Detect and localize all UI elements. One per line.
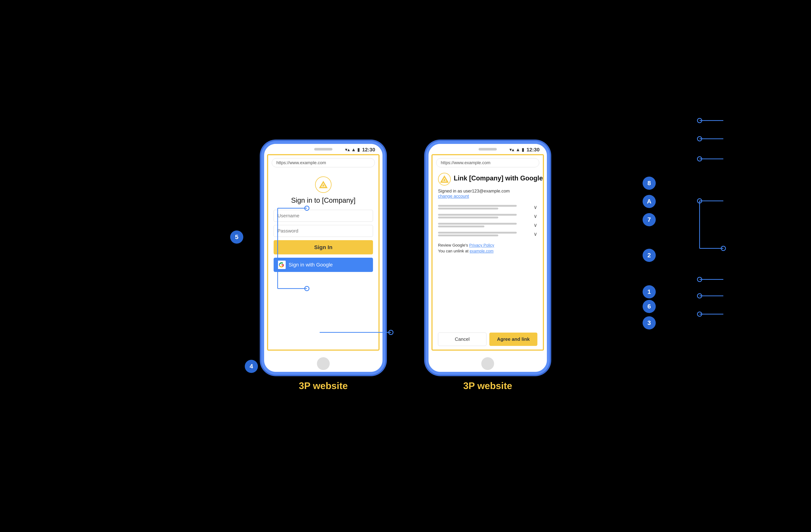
wifi-icon2: ▾▴ [509, 147, 514, 152]
action-buttons: Cancel Agree and link [438, 333, 537, 346]
badge-A: A [643, 195, 656, 208]
phone2-home-button[interactable] [481, 357, 494, 370]
phone1-company-logo [315, 177, 332, 193]
phone2-company-logo [438, 173, 451, 185]
svg-point-14 [698, 118, 702, 123]
signal-icon2: ▲ [516, 147, 520, 152]
badge-8: 8 [643, 177, 656, 190]
phone1-screen: https://www.example.com Sign in to [Comp… [267, 154, 380, 351]
svg-point-20 [698, 199, 702, 203]
triangle-logo-icon [319, 180, 328, 189]
wifi-icon: ▾▴ [345, 147, 350, 152]
phone2-screen-content: Link [Company] with Google Signed in as … [432, 169, 543, 350]
phone2-status-icons: ▾▴ ▲ ▮ [509, 147, 524, 152]
perm-line [438, 208, 498, 210]
privacy-text: Review Google's Privacy Policy [438, 243, 537, 248]
phone2-speaker [478, 148, 497, 151]
phone2: ▾▴ ▲ ▮ 12:30 https://www.example.com [426, 141, 550, 375]
perm-line [438, 217, 498, 218]
phone1-url-bar: https://www.example.com [272, 158, 375, 167]
permission-lines-1 [438, 205, 531, 210]
permission-row-1: ∨ [438, 204, 537, 210]
sign-in-button[interactable]: Sign In [274, 240, 373, 254]
permissions-section: ∨ ∨ [438, 204, 537, 240]
diagram-container: 5 ▾▴ ▲ ▮ 12:30 https://www [0, 0, 811, 532]
badge-1: 1 [643, 285, 656, 299]
google-g-icon [278, 262, 285, 268]
badge-4: 4 [245, 360, 258, 373]
permission-lines-2 [438, 214, 531, 218]
signal-icon: ▲ [351, 147, 356, 152]
privacy-policy-link[interactable]: Privacy Policy [469, 243, 494, 247]
perm-line [438, 205, 517, 207]
phone2-wrapper: 8 A 7 2 1 6 3 ▾▴ ▲ ▮ 12:30 [426, 141, 550, 391]
phone2-status-bar: ▾▴ ▲ ▮ 12:30 [429, 144, 547, 154]
google-sign-in-button[interactable]: Sign in with Google [274, 258, 373, 272]
perm-line [438, 232, 517, 233]
svg-point-16 [698, 137, 702, 141]
permission-row-4: ∨ [438, 231, 537, 237]
phone1-wrapper: 5 ▾▴ ▲ ▮ 12:30 https://www [261, 141, 385, 391]
badge-6: 6 [643, 300, 656, 313]
phone1-speaker [314, 148, 333, 151]
battery-icon: ▮ [357, 147, 360, 152]
chevron-icon-4[interactable]: ∨ [534, 231, 537, 237]
phone1-screen-content: Sign in to [Company] Sign In [268, 169, 379, 350]
svg-point-25 [698, 277, 702, 282]
chevron-icon-3[interactable]: ∨ [534, 222, 537, 228]
svg-point-23 [721, 246, 725, 250]
privacy-prefix: Review Google's [438, 243, 469, 247]
phone2-url-container: https://www.example.com [432, 155, 543, 169]
chevron-icon-2[interactable]: ∨ [534, 213, 537, 219]
phone2-url-bar: https://www.example.com [436, 158, 539, 167]
phone1-status-icons: ▾▴ ▲ ▮ [345, 147, 360, 152]
username-input[interactable] [274, 210, 373, 222]
svg-point-18 [698, 157, 702, 161]
agree-link-button[interactable]: Agree and link [489, 333, 537, 346]
signed-in-text: Signed in as user123@example.com [438, 188, 537, 194]
google-icon-box [277, 261, 286, 269]
badge-3: 3 [643, 316, 656, 330]
permission-row-3: ∨ [438, 222, 537, 228]
phone1-time: 12:30 [362, 147, 375, 153]
triangle-logo-icon2 [440, 174, 449, 184]
perm-line [438, 214, 517, 216]
phone1-url-container: https://www.example.com [268, 155, 379, 169]
phone2-label: 3P website [463, 380, 512, 391]
google-sign-in-label: Sign in with Google [289, 262, 333, 268]
permission-lines-3 [438, 223, 531, 227]
phone1-status-bar: ▾▴ ▲ ▮ 12:30 [264, 144, 382, 154]
perm-line [438, 234, 498, 236]
perm-line [438, 226, 485, 227]
unlink-text: You can unlink at example.com [438, 249, 537, 254]
badge-7: 7 [643, 213, 656, 226]
badge-2: 2 [643, 249, 656, 262]
unlink-link[interactable]: example.com [470, 249, 493, 253]
phone1-title: Sign in to [Company] [274, 197, 373, 204]
phone1-home-button[interactable] [317, 357, 330, 370]
change-account-link[interactable]: change account [438, 194, 469, 198]
permission-lines-4 [438, 232, 531, 236]
phone1: ▾▴ ▲ ▮ 12:30 https://www.example.com [261, 141, 385, 375]
perm-line [438, 223, 517, 225]
chevron-icon-1[interactable]: ∨ [534, 204, 537, 210]
battery-icon2: ▮ [522, 147, 524, 152]
password-input[interactable] [274, 225, 373, 237]
cancel-button[interactable]: Cancel [438, 333, 486, 346]
phone2-title: Link [Company] with Google [454, 174, 543, 182]
phones-row: 5 ▾▴ ▲ ▮ 12:30 https://www [261, 141, 550, 391]
badge-5: 5 [230, 230, 243, 244]
phone2-time: 12:30 [526, 147, 539, 153]
phone2-screen: https://www.example.com Link [ [431, 154, 544, 351]
phone1-label: 3P website [299, 380, 348, 391]
unlink-prefix: You can unlink at [438, 249, 470, 253]
svg-point-29 [698, 312, 702, 316]
svg-point-27 [698, 294, 702, 298]
permission-row-2: ∨ [438, 213, 537, 219]
